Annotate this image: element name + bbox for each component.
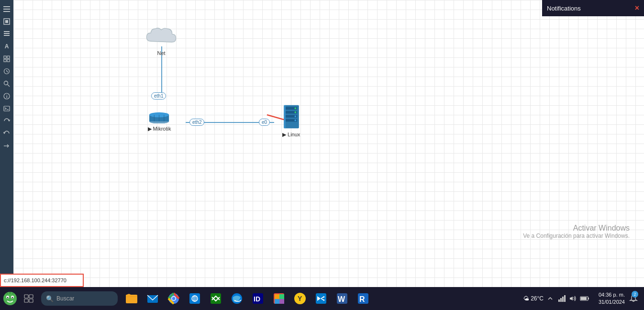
svg-point-48 <box>12 293 14 295</box>
taskbar-app-word[interactable]: W <box>332 287 352 310</box>
notifications-close-button[interactable]: × <box>635 4 639 12</box>
svg-point-38 <box>294 111 296 113</box>
svg-rect-5 <box>4 31 10 32</box>
chevron-up-icon <box>547 296 553 301</box>
explorer-icon <box>125 292 138 305</box>
taskbar: 🔍 Buscar <box>0 287 644 310</box>
svg-point-15 <box>4 81 8 85</box>
speaker-icon <box>569 295 577 302</box>
svg-rect-69 <box>275 294 279 299</box>
sidebar-item-annotations[interactable]: A <box>1 41 12 52</box>
server-icon <box>283 104 300 129</box>
tray-weather[interactable]: 🌤 26°C <box>523 295 544 302</box>
sidebar-item-info[interactable]: i <box>1 91 12 101</box>
tray-expand-button[interactable] <box>545 294 555 303</box>
taskbar-app-vscode[interactable] <box>311 287 331 310</box>
router-node[interactable]: ▶ Mikrotik <box>147 109 171 132</box>
taskbar-app-ide[interactable]: ID <box>248 287 268 310</box>
weather-icon: 🌤 <box>523 295 529 302</box>
activate-windows-watermark: Activar Windows Ve a Configuración para … <box>523 224 630 239</box>
search-icon: 🔍 <box>46 295 54 302</box>
taskbar-app-edge[interactable] <box>227 287 247 310</box>
sidebar-item-undo[interactable] <box>1 128 12 139</box>
start-button[interactable] <box>0 287 20 310</box>
tray-notification-button[interactable]: 2 <box>627 287 640 310</box>
svg-rect-2 <box>3 11 10 12</box>
notification-badge: 2 <box>632 291 638 298</box>
sidebar-item-timer[interactable] <box>1 66 12 77</box>
activate-windows-title: Activar Windows <box>523 224 630 232</box>
virtual-desktop-button[interactable] <box>20 287 37 310</box>
network-canvas[interactable]: Net eth1 ▶ Mikrotik eth2 e0 <box>13 0 644 287</box>
virtual-desktop-icon <box>24 294 33 303</box>
svg-rect-72 <box>279 299 284 304</box>
taskbar-app-mail[interactable] <box>143 287 163 310</box>
taskbar-app-tasklist[interactable] <box>269 287 289 310</box>
cloud-node[interactable]: Net <box>144 26 178 56</box>
svg-rect-4 <box>5 20 8 23</box>
svg-text:W: W <box>338 295 345 303</box>
svg-rect-81 <box>560 298 562 302</box>
mail-icon <box>146 292 159 305</box>
sidebar-item-topology[interactable] <box>1 16 12 27</box>
svg-text:R: R <box>359 295 365 303</box>
sidebar-item-menu[interactable] <box>1 4 12 14</box>
svg-line-14 <box>7 71 8 72</box>
taskbar-apps: ID Y <box>122 287 520 310</box>
ide-icon: ID <box>251 292 265 305</box>
svg-point-45 <box>7 297 9 299</box>
svg-rect-64 <box>211 293 221 304</box>
y-app-icon: Y <box>293 292 307 305</box>
eth2-label[interactable]: eth2 <box>189 119 204 126</box>
sidebar-item-devices[interactable] <box>1 29 12 39</box>
svg-rect-84 <box>570 298 571 299</box>
tray-battery-icon[interactable] <box>580 294 589 303</box>
svg-point-49 <box>7 293 8 295</box>
svg-line-16 <box>8 85 10 87</box>
taskbar-app-explorer[interactable] <box>122 287 142 310</box>
taskbar-app-y[interactable]: Y <box>290 287 310 310</box>
sidebar-item-search[interactable] <box>1 78 12 89</box>
svg-rect-83 <box>564 295 566 302</box>
server-node[interactable]: ▶ Linux <box>282 104 300 138</box>
notifications-title: Notifications <box>547 5 581 12</box>
svg-text:Y: Y <box>298 295 302 302</box>
taskbar-app-transfer[interactable] <box>206 287 226 310</box>
svg-rect-71 <box>275 299 279 304</box>
sidebar-item-console[interactable] <box>1 103 12 114</box>
sidebar: A i <box>0 0 13 287</box>
svg-text:ID: ID <box>254 295 260 303</box>
url-bar: c://192.168.100.244:32770 <box>0 274 84 287</box>
sidebar-item-grid[interactable] <box>1 54 12 64</box>
tray-clock[interactable]: 04:36 p. m. 31/01/2024 <box>591 291 625 306</box>
svg-rect-0 <box>3 6 10 7</box>
svg-rect-1 <box>3 9 10 10</box>
network-app-icon <box>188 292 201 305</box>
cloud-icon <box>144 26 178 48</box>
svg-rect-7 <box>4 35 10 36</box>
battery-icon <box>580 296 589 301</box>
tray-network-icon[interactable] <box>557 294 566 303</box>
sidebar-item-redo[interactable] <box>1 116 12 126</box>
e0-label[interactable]: e0 <box>259 119 270 126</box>
taskbar-app-chrome[interactable] <box>164 287 184 310</box>
diagram-container: Net eth1 ▶ Mikrotik eth2 e0 <box>13 0 644 287</box>
clock-time: 04:36 p. m. <box>591 291 625 299</box>
tray-sound-icon[interactable] <box>568 294 578 303</box>
svg-rect-82 <box>562 297 564 302</box>
taskbar-app-network[interactable] <box>185 287 205 310</box>
transfer-icon <box>209 292 222 305</box>
connections-layer <box>13 0 644 287</box>
router-icon <box>147 109 171 123</box>
svg-rect-8 <box>4 56 6 58</box>
taskbar-search-bar[interactable]: 🔍 Buscar <box>41 291 118 306</box>
svg-rect-51 <box>29 295 33 298</box>
eth1-label[interactable]: eth1 <box>151 92 166 100</box>
sidebar-item-arrow[interactable] <box>1 141 12 151</box>
svg-rect-86 <box>588 298 589 299</box>
svg-rect-55 <box>126 295 131 297</box>
taskbar-app-r[interactable]: R <box>353 287 373 310</box>
svg-text:i: i <box>6 94 8 99</box>
svg-point-46 <box>12 297 13 299</box>
clock-date: 31/01/2024 <box>591 299 625 306</box>
